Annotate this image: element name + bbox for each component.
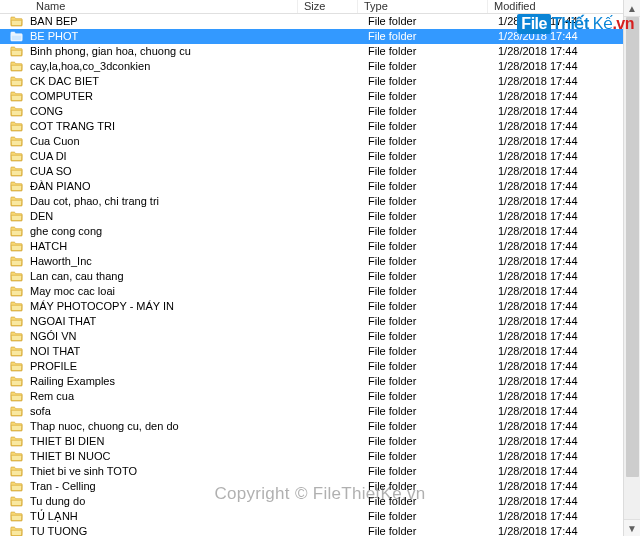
table-row[interactable]: Thiet bi ve sinh TOTOFile folder1/28/201…	[0, 464, 640, 479]
file-name: Lan can, cau thang	[26, 269, 308, 284]
file-type: File folder	[368, 299, 498, 314]
table-row[interactable]: NGÓI VNFile folder1/28/2018 17:44	[0, 329, 640, 344]
table-row[interactable]: ĐÀN PIANOFile folder1/28/2018 17:44	[0, 179, 640, 194]
col-name[interactable]: Name	[8, 0, 298, 13]
file-type: File folder	[368, 164, 498, 179]
file-name: Tran - Celling	[26, 479, 308, 494]
file-name: ghe cong cong	[26, 224, 308, 239]
column-header[interactable]: Name Size Type Modified	[0, 0, 640, 14]
table-row[interactable]: cay,la,hoa,co_3dconkienFile folder1/28/2…	[0, 59, 640, 74]
file-type: File folder	[368, 59, 498, 74]
table-row[interactable]: HATCHFile folder1/28/2018 17:44	[0, 239, 640, 254]
file-list[interactable]: BAN BEPFile folder1/28/2018 17:44 BE PHO…	[0, 14, 640, 536]
file-modified: 1/28/2018 17:44	[498, 449, 628, 464]
file-name: PROFILE	[26, 359, 308, 374]
file-type: File folder	[368, 209, 498, 224]
file-type: File folder	[368, 44, 498, 59]
table-row[interactable]: Binh phong, gian hoa, chuong cuFile fold…	[0, 44, 640, 59]
col-size[interactable]: Size	[298, 0, 358, 13]
file-type: File folder	[368, 29, 498, 44]
folder-icon	[10, 136, 26, 147]
vertical-scrollbar[interactable]: ▲ ▼	[623, 0, 640, 536]
table-row[interactable]: CUA DIFile folder1/28/2018 17:44	[0, 149, 640, 164]
file-name: BE PHOT	[26, 29, 308, 44]
table-row[interactable]: TỦ LẠNHFile folder1/28/2018 17:44	[0, 509, 640, 524]
file-type: File folder	[368, 419, 498, 434]
folder-icon	[10, 496, 26, 507]
table-row[interactable]: Dau cot, phao, chi trang triFile folder1…	[0, 194, 640, 209]
file-name: Haworth_Inc	[26, 254, 308, 269]
file-type: File folder	[368, 374, 498, 389]
file-modified: 1/28/2018 17:44	[498, 509, 628, 524]
file-modified: 1/28/2018 17:44	[498, 434, 628, 449]
table-row[interactable]: CUA SOFile folder1/28/2018 17:44	[0, 164, 640, 179]
table-row[interactable]: Railing ExamplesFile folder1/28/2018 17:…	[0, 374, 640, 389]
file-type: File folder	[368, 509, 498, 524]
table-row[interactable]: NOI THATFile folder1/28/2018 17:44	[0, 344, 640, 359]
file-name: Tu dung do	[26, 494, 308, 509]
file-type: File folder	[368, 464, 498, 479]
file-name: Railing Examples	[26, 374, 308, 389]
file-name: NGOAI THAT	[26, 314, 308, 329]
table-row[interactable]: Tu dung doFile folder1/28/2018 17:44	[0, 494, 640, 509]
table-row[interactable]: Tran - CellingFile folder1/28/2018 17:44	[0, 479, 640, 494]
scroll-thumb[interactable]	[626, 17, 639, 477]
scroll-up-button[interactable]: ▲	[624, 0, 640, 17]
file-modified: 1/28/2018 17:44	[498, 89, 628, 104]
folder-icon	[10, 166, 26, 177]
table-row[interactable]: Rem cuaFile folder1/28/2018 17:44	[0, 389, 640, 404]
table-row[interactable]: BAN BEPFile folder1/28/2018 17:44	[0, 14, 640, 29]
col-modified[interactable]: Modified	[488, 0, 618, 13]
file-modified: 1/28/2018 17:44	[498, 149, 628, 164]
table-row[interactable]: BE PHOTFile folder1/28/2018 17:44	[0, 29, 640, 44]
folder-icon	[10, 526, 26, 536]
table-row[interactable]: ghe cong congFile folder1/28/2018 17:44	[0, 224, 640, 239]
file-name: NOI THAT	[26, 344, 308, 359]
file-name: May moc cac loai	[26, 284, 308, 299]
folder-icon	[10, 346, 26, 357]
file-type: File folder	[368, 149, 498, 164]
table-row[interactable]: TU TUONGFile folder1/28/2018 17:44	[0, 524, 640, 536]
table-row[interactable]: DENFile folder1/28/2018 17:44	[0, 209, 640, 224]
folder-icon	[10, 196, 26, 207]
file-type: File folder	[368, 524, 498, 536]
table-row[interactable]: sofaFile folder1/28/2018 17:44	[0, 404, 640, 419]
table-row[interactable]: PROFILEFile folder1/28/2018 17:44	[0, 359, 640, 374]
folder-icon	[10, 481, 26, 492]
file-name: Rem cua	[26, 389, 308, 404]
folder-icon	[10, 256, 26, 267]
file-name: sofa	[26, 404, 308, 419]
table-row[interactable]: COT TRANG TRIFile folder1/28/2018 17:44	[0, 119, 640, 134]
table-row[interactable]: CONGFile folder1/28/2018 17:44	[0, 104, 640, 119]
scroll-down-button[interactable]: ▼	[624, 519, 640, 536]
table-row[interactable]: Thap nuoc, chuong cu, den doFile folder1…	[0, 419, 640, 434]
table-row[interactable]: THIET BI NUOCFile folder1/28/2018 17:44	[0, 449, 640, 464]
file-name: CONG	[26, 104, 308, 119]
file-name: Cua Cuon	[26, 134, 308, 149]
file-type: File folder	[368, 479, 498, 494]
table-row[interactable]: May moc cac loaiFile folder1/28/2018 17:…	[0, 284, 640, 299]
file-type: File folder	[368, 434, 498, 449]
table-row[interactable]: Lan can, cau thangFile folder1/28/2018 1…	[0, 269, 640, 284]
table-row[interactable]: MÁY PHOTOCOPY - MÁY INFile folder1/28/20…	[0, 299, 640, 314]
table-row[interactable]: COMPUTERFile folder1/28/2018 17:44	[0, 89, 640, 104]
folder-icon	[10, 316, 26, 327]
folder-icon	[10, 466, 26, 477]
file-modified: 1/28/2018 17:44	[498, 179, 628, 194]
folder-icon	[10, 106, 26, 117]
col-type[interactable]: Type	[358, 0, 488, 13]
folder-icon	[10, 226, 26, 237]
folder-icon	[10, 16, 26, 27]
table-row[interactable]: THIET BI DIENFile folder1/28/2018 17:44	[0, 434, 640, 449]
file-name: Thap nuoc, chuong cu, den do	[26, 419, 308, 434]
table-row[interactable]: Haworth_IncFile folder1/28/2018 17:44	[0, 254, 640, 269]
file-modified: 1/28/2018 17:44	[498, 524, 628, 536]
folder-icon	[10, 451, 26, 462]
file-type: File folder	[368, 269, 498, 284]
table-row[interactable]: Cua CuonFile folder1/28/2018 17:44	[0, 134, 640, 149]
file-modified: 1/28/2018 17:44	[498, 344, 628, 359]
file-modified: 1/28/2018 17:44	[498, 314, 628, 329]
file-type: File folder	[368, 254, 498, 269]
table-row[interactable]: CK DAC BIETFile folder1/28/2018 17:44	[0, 74, 640, 89]
table-row[interactable]: NGOAI THATFile folder1/28/2018 17:44	[0, 314, 640, 329]
